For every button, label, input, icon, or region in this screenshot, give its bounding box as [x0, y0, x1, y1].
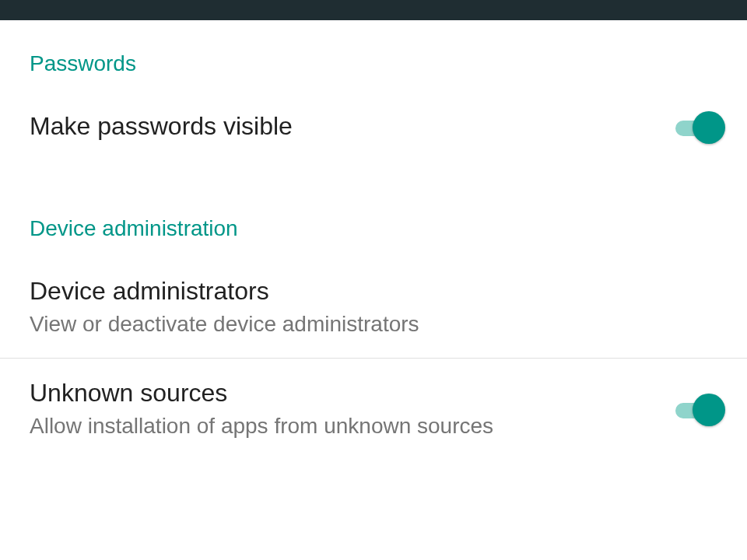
device-administrators-row[interactable]: Device administrators View or deactivate… — [0, 257, 747, 358]
passwords-section-header: Passwords — [0, 20, 747, 92]
toggle-thumb — [693, 111, 725, 144]
make-passwords-visible-row[interactable]: Make passwords visible — [0, 92, 747, 162]
device-administrators-title: Device administrators — [30, 275, 725, 308]
unknown-sources-row[interactable]: Unknown sources Allow installation of ap… — [0, 359, 747, 460]
make-passwords-visible-text: Make passwords visible — [30, 110, 660, 143]
device-administrators-text: Device administrators View or deactivate… — [30, 275, 725, 339]
make-passwords-visible-title: Make passwords visible — [30, 110, 660, 143]
device-administrators-subtitle: View or deactivate device administrators — [30, 310, 725, 338]
status-bar — [0, 0, 747, 20]
unknown-sources-title: Unknown sources — [30, 377, 660, 410]
unknown-sources-subtitle: Allow installation of apps from unknown … — [30, 412, 660, 440]
device-administration-section-header: Device administration — [0, 185, 747, 257]
toggle-thumb — [693, 394, 725, 426]
make-passwords-visible-toggle[interactable] — [675, 111, 725, 142]
unknown-sources-text: Unknown sources Allow installation of ap… — [30, 377, 660, 441]
settings-content: Passwords Make passwords visible Device … — [0, 20, 747, 460]
unknown-sources-toggle[interactable] — [675, 394, 725, 425]
